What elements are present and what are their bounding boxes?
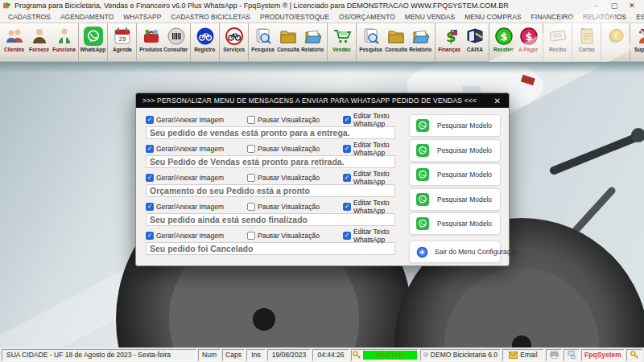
- generate-image-checkbox[interactable]: Gerar/Anexar Imagem: [146, 203, 247, 211]
- status-brand: FpqSystem: [581, 349, 625, 361]
- toolbar-clientes[interactable]: Clientes: [2, 24, 27, 60]
- status-user-name: MASTER: [363, 351, 417, 360]
- toolbar-relatorio-vendas[interactable]: Relatório: [408, 24, 433, 60]
- menu-cadastro-bicicletas[interactable]: CADASTRO BICICLETAS: [166, 13, 255, 21]
- edit-whatsapp-text-checkbox[interactable]: Editar Texto WhatsApp: [343, 170, 395, 186]
- status-network[interactable]: [564, 349, 580, 361]
- edit-whatsapp-text-checkbox[interactable]: Editar Texto WhatsApp: [343, 228, 395, 244]
- checkbox-label: Pausar Visualização: [258, 232, 320, 240]
- pause-preview-checkbox[interactable]: Pausar Visualização: [247, 116, 343, 124]
- button-label: Pesquisar Modelo: [437, 146, 492, 154]
- message-input[interactable]: Seu pedido ainda está sendo finalizado: [146, 213, 395, 226]
- whatsapp-icon: [416, 193, 429, 206]
- close-icon[interactable]: ✕: [623, 2, 641, 10]
- message-input[interactable]: Seu pedido foi Cancelado: [146, 242, 395, 255]
- checkbox-box: [247, 203, 255, 211]
- message-row-cancelled: Gerar/Anexar Imagem Pausar Visualização …: [146, 230, 395, 255]
- window-title: Programa para Bicicletaria, Vendas e Fin…: [14, 2, 509, 10]
- menu-agendamento[interactable]: AGENDAMENTO: [56, 13, 118, 21]
- generate-image-checkbox[interactable]: Gerar/Anexar Imagem: [146, 145, 247, 153]
- menu-menu-compras[interactable]: MENU COMPRAS: [460, 13, 526, 21]
- generate-image-checkbox[interactable]: Gerar/Anexar Imagem: [146, 232, 247, 240]
- finance-icon: $: [440, 26, 460, 47]
- toolbar-pesquisa-vendas[interactable]: Pesquisa: [358, 24, 383, 60]
- search-template-button-4[interactable]: Pesquisar Modelo: [409, 188, 501, 211]
- search-template-button-3[interactable]: Pesquisar Modelo: [409, 163, 501, 186]
- status-num: Num: [198, 349, 221, 361]
- checkbox-box: [343, 174, 351, 182]
- message-input[interactable]: Seu pedido de vendas está pronto para a …: [146, 126, 395, 139]
- menu-menu-vendas[interactable]: MENU VENDAS: [400, 13, 460, 21]
- message-input[interactable]: Seu Pedido de Vendas está pronto para re…: [146, 155, 395, 168]
- status-ins: Ins: [246, 349, 266, 361]
- search-template-button-1[interactable]: Pesquisar Modelo: [409, 114, 501, 137]
- toolbar-pesquisa-os[interactable]: Pesquisa: [250, 24, 275, 60]
- checkbox-label: Pausar Visualização: [258, 203, 320, 211]
- generate-image-checkbox[interactable]: Gerar/Anexar Imagem: [146, 174, 247, 182]
- whatsapp-icon: [416, 144, 429, 157]
- toolbar-fornece[interactable]: Fornece: [27, 24, 52, 60]
- toolbar-caixa[interactable]: CAIXA: [462, 24, 487, 60]
- message-row-pickup: Gerar/Anexar Imagem Pausar Visualização …: [146, 143, 395, 168]
- menu-whatsapp[interactable]: WHATSAPP: [118, 13, 166, 21]
- toolbar-consultar[interactable]: Consultar: [163, 24, 188, 60]
- toolbar-consulta-vendas[interactable]: Consulta: [383, 24, 408, 60]
- exit-config-menu-button[interactable]: Sair do Menu Configuração: [409, 241, 501, 263]
- bike-service-icon: [224, 26, 245, 47]
- edit-whatsapp-text-checkbox[interactable]: Editar Texto WhatsApp: [343, 199, 395, 215]
- dialog-close-icon[interactable]: ✕: [492, 97, 502, 105]
- checkbox-box: [247, 145, 255, 153]
- menu-estatistica[interactable]: ESTATISTICA: [631, 13, 644, 21]
- svg-text:29: 29: [118, 36, 126, 43]
- toolbar-funciona[interactable]: Funciona: [52, 24, 76, 60]
- toolbar-suporte[interactable]: Suporte: [632, 24, 644, 60]
- pause-preview-checkbox[interactable]: Pausar Visualização: [247, 203, 343, 211]
- toolbar-vendas[interactable]: Vendas: [329, 24, 354, 60]
- window-titlebar: Programa para Bicicletaria, Vendas e Fin…: [0, 0, 644, 11]
- edit-whatsapp-text-checkbox[interactable]: Editar Texto WhatsApp: [343, 141, 395, 157]
- status-app: DEMO Bicicletaria 6.0: [420, 349, 501, 361]
- checkbox-box: [343, 116, 351, 124]
- whatsapp-icon: [416, 119, 429, 132]
- toolbar-registro[interactable]: Registro: [192, 24, 217, 60]
- search-doc-icon: [361, 26, 382, 47]
- whatsapp-icon: [416, 168, 429, 181]
- generate-image-checkbox[interactable]: Gerar/Anexar Imagem: [146, 116, 247, 124]
- search-template-button-5[interactable]: Pesquisar Modelo: [409, 212, 501, 235]
- report-folder-icon: [303, 26, 324, 47]
- message-row-delivery: Gerar/Anexar Imagem Pausar Visualização …: [146, 114, 395, 139]
- checkbox-box: [247, 116, 255, 124]
- menu-cadastros[interactable]: CADASTROS: [3, 13, 56, 21]
- menubar: CADASTROS AGENDAMENTO WHATSAPP CADASTRO …: [0, 11, 644, 23]
- checkbox-label: Gerar/Anexar Imagem: [156, 145, 224, 153]
- status-email[interactable]: Email: [502, 349, 544, 361]
- pause-preview-checkbox[interactable]: Pausar Visualização: [247, 145, 343, 153]
- search-template-button-2[interactable]: Pesquisar Modelo: [409, 139, 501, 162]
- button-label: Pesquisar Modelo: [437, 121, 492, 130]
- edit-whatsapp-text-checkbox[interactable]: Editar Texto WhatsApp: [343, 112, 395, 128]
- computer-icon: [423, 351, 428, 359]
- toolbar-servicos[interactable]: Serviços: [221, 24, 246, 60]
- app-window: Programa para Bicicletaria, Vendas e Fin…: [0, 0, 644, 362]
- pause-preview-checkbox[interactable]: Pausar Visualização: [247, 232, 343, 240]
- checkbox-box: [146, 116, 154, 124]
- toolbar-financas[interactable]: $ Finanças: [437, 24, 462, 60]
- checkbox-box: [146, 145, 154, 153]
- status-app-label: DEMO Bicicletaria 6.0: [431, 351, 497, 359]
- email-icon: [509, 352, 518, 359]
- status-printer[interactable]: [546, 349, 562, 361]
- network-icon: [568, 351, 576, 359]
- menu-produto-estoque[interactable]: PRODUTO/ESTOQUE: [255, 13, 334, 21]
- menu-os-orcamento[interactable]: OS/ORÇAMENTO: [334, 13, 400, 21]
- checkbox-box: [343, 232, 351, 240]
- toolbar-produtos[interactable]: Produtos: [138, 24, 163, 60]
- toolbar-consulta-os[interactable]: Consulta: [275, 24, 300, 60]
- message-input[interactable]: Orçamento do seu Pedido está a pronto: [146, 184, 395, 197]
- receive-icon: $: [493, 26, 514, 47]
- toolbar-relatorio-os[interactable]: Relatório: [300, 24, 325, 60]
- toolbar-agenda[interactable]: 29 Agenda: [109, 24, 134, 60]
- pause-preview-checkbox[interactable]: Pausar Visualização: [247, 174, 343, 182]
- toolbar-whatsapp[interactable]: WhatsApp: [80, 24, 105, 60]
- checkbox-label: Pausar Visualização: [258, 116, 320, 124]
- employee-icon: [54, 26, 75, 47]
